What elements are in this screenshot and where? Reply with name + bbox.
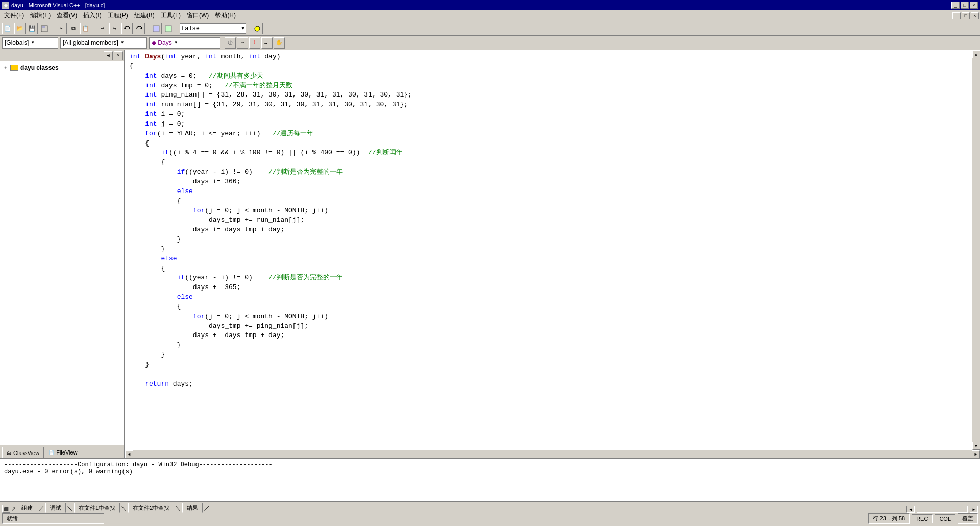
scroll-right-button[interactable]: ▶ [972, 450, 980, 459]
scroll-left-btn2[interactable]: ◀ [906, 506, 915, 513]
panel-btn-2[interactable]: × [114, 51, 123, 60]
inner-restore-button[interactable]: □ [962, 12, 970, 19]
nav-btn-2[interactable]: → [237, 37, 248, 49]
paste-button[interactable]: 📋 [80, 23, 91, 34]
days-dropdown[interactable]: ◆ Days ▼ [149, 37, 220, 49]
toolbar-sep-5 [249, 24, 249, 33]
nav-btn-4[interactable]: ⇥ [261, 37, 273, 49]
left-panel-tabs: 🗂 ClassView 📄 FileView [0, 445, 124, 458]
minimize-button[interactable]: _ [951, 2, 960, 9]
close-button[interactable]: × [970, 2, 978, 9]
maximize-button[interactable]: □ [961, 2, 969, 9]
output-result-line: dayu.exe - 0 error(s), 0 warning(s) [4, 468, 976, 475]
tab-debug[interactable]: 调试 [45, 503, 66, 513]
title-bar: ◆ dayu - Microsoft Visual C++ - [dayu.c]… [0, 0, 980, 10]
status-ready: 就绪 [2, 513, 104, 524]
days-label: ◆ Days [152, 39, 172, 46]
menu-project[interactable]: 工程(P) [105, 10, 131, 21]
save-all-button[interactable] [39, 23, 50, 34]
build-button[interactable] [151, 23, 162, 34]
title-bar-buttons[interactable]: _ □ × [951, 2, 978, 9]
menu-build[interactable]: 组建(B) [131, 10, 158, 21]
scroll-left-button[interactable]: ◀ [125, 450, 133, 459]
false-dropdown-arrow[interactable]: ▼ [242, 26, 244, 31]
status-ovr: 覆盖 [958, 513, 978, 524]
nav-btn-3[interactable]: ! [249, 37, 260, 49]
members-arrow: ▼ [120, 40, 125, 45]
undo2-button[interactable] [121, 23, 133, 34]
nav-btn-5[interactable]: ✋ [274, 37, 285, 49]
folder-icon [10, 65, 18, 71]
tab-classview-label: ClassView [13, 450, 39, 456]
tab-fileview[interactable]: 📄 FileView [44, 447, 82, 458]
menu-view[interactable]: 查看(V) [54, 10, 80, 21]
code-row: int Days(int year, int month, int day) {… [125, 50, 980, 450]
menu-help[interactable]: 帮助(H) [212, 10, 239, 21]
days-arrow: ▼ [174, 40, 178, 45]
bottom-tab-right: ◀ ▶ [211, 506, 978, 513]
vertical-scrollbar[interactable]: ▲ ▼ [972, 50, 980, 450]
app-icon: ◆ [2, 2, 9, 9]
tab-sep-1: ／ [38, 504, 44, 513]
tab-results[interactable]: 结果 [182, 503, 203, 513]
panel-resize-icon: ⬛ [2, 505, 10, 513]
horizontal-scrollbar[interactable]: ◀ ▶ [125, 450, 980, 458]
scroll-up-button[interactable]: ▲ [972, 50, 981, 58]
toolbar-sep-2 [94, 24, 94, 33]
inner-close-button[interactable]: × [971, 12, 979, 19]
main-area: ◀ × ＋ dayu classes 🗂 ClassView 📄 FileVie… [0, 50, 980, 458]
nav-btn-1[interactable] [225, 37, 236, 49]
tab-find2[interactable]: 在文件2中查找 [128, 503, 174, 513]
save-button[interactable]: 💾 [27, 23, 38, 34]
panel-btn-1[interactable]: ◀ [104, 51, 113, 60]
status-rec-label: REC [916, 516, 928, 522]
code-area[interactable]: int Days(int year, int month, int day) {… [125, 50, 972, 450]
cut-button[interactable]: ✂ [56, 23, 67, 34]
tab-sep-3: ＼ [121, 504, 127, 513]
scroll-down-button[interactable]: ▼ [972, 442, 981, 450]
output-config-line: --------------------Configuration: dayu … [4, 461, 976, 468]
tab-sep-5: ／ [204, 504, 210, 513]
globals-arrow: ▼ [31, 40, 35, 45]
code-content: int Days(int year, int month, int day) {… [125, 50, 972, 391]
tab-classview[interactable]: 🗂 ClassView [2, 447, 44, 458]
code-editor-container: int Days(int year, int month, int day) {… [125, 50, 980, 458]
tab-classview-icon: 🗂 [7, 450, 11, 456]
rebuild-button[interactable] [163, 23, 174, 34]
status-rec: REC [912, 514, 933, 523]
tab-build[interactable]: 组建 [17, 503, 37, 513]
new-file-button[interactable]: 📄 [2, 23, 13, 34]
members-dropdown[interactable]: [All global members] ▼ [60, 37, 147, 49]
svg-rect-1 [42, 26, 45, 28]
menu-tools[interactable]: 工具(T) [158, 10, 184, 21]
open-file-button[interactable]: 📂 [14, 23, 26, 34]
status-col: COL [935, 514, 955, 523]
left-panel: ◀ × ＋ dayu classes 🗂 ClassView 📄 FileVie… [0, 50, 125, 458]
toolbar-main: 📄 📂 💾 ✂ ⧉ 📋 ↩ ↪ false ▼ [0, 21, 980, 36]
menu-window[interactable]: 窗口(W) [184, 10, 212, 21]
copy-button[interactable]: ⧉ [68, 23, 79, 34]
bottom-tabs: ⬛ ↗ 组建 ／ 调试 ＼ 在文件1中查找 ＼ 在文件2中查找 ＼ 结果 ／ ◀… [0, 501, 980, 513]
globals-dropdown[interactable]: [Globals] ▼ [2, 37, 58, 49]
tree-item-dayu[interactable]: ＋ dayu classes [2, 63, 122, 73]
inner-minimize-button[interactable]: — [952, 12, 961, 19]
toolbar-sep-3 [148, 24, 148, 33]
status-col-label: COL [939, 516, 951, 522]
status-row-col: 行 23，列 58 [868, 513, 910, 524]
scroll-right-btn2[interactable]: ▶ [970, 506, 978, 513]
status-ready-label: 就绪 [7, 515, 18, 521]
false-dropdown[interactable]: false ▼ [180, 23, 246, 34]
tab-find1[interactable]: 在文件1中查找 [74, 503, 120, 513]
status-row-col-label: 行 23，列 58 [873, 515, 905, 521]
globals-label: [Globals] [5, 39, 29, 46]
redo2-button[interactable] [134, 23, 145, 34]
redo-button[interactable]: ↪ [109, 23, 120, 34]
debug-button[interactable] [252, 23, 263, 34]
false-dropdown-value: false [181, 25, 242, 32]
menu-insert[interactable]: 插入(I) [80, 10, 104, 21]
tree-expand-icon[interactable]: ＋ [3, 64, 8, 71]
menu-edit[interactable]: 编辑(E) [27, 10, 54, 21]
undo-button[interactable]: ↩ [97, 23, 108, 34]
menu-bar: 文件(F) 编辑(E) 查看(V) 插入(I) 工程(P) 组建(B) 工具(T… [0, 10, 980, 21]
menu-file[interactable]: 文件(F) [1, 10, 27, 21]
